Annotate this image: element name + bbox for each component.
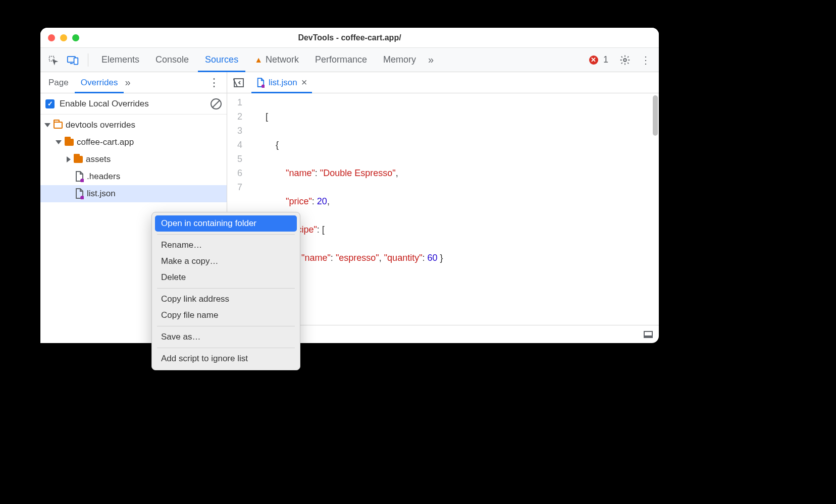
ctx-delete[interactable]: Delete (155, 269, 297, 286)
scrollbar-thumb[interactable] (653, 95, 658, 136)
code-content[interactable]: [ { "name": "Double Espresso", "price": … (250, 95, 659, 325)
settings-icon[interactable] (615, 54, 635, 66)
zoom-window-button[interactable] (72, 34, 79, 41)
svg-point-5 (80, 179, 84, 182)
toolbar-divider (88, 53, 88, 67)
tab-performance[interactable]: Performance (308, 48, 374, 72)
tab-elements[interactable]: Elements (94, 48, 146, 72)
tree-label: list.json (87, 189, 116, 199)
traffic-lights (48, 34, 79, 41)
context-menu: Open in containing folder Rename… Make a… (151, 212, 300, 370)
svg-rect-3 (74, 58, 78, 64)
folder-icon (74, 156, 83, 163)
inspect-icon[interactable] (44, 52, 62, 68)
tabs-overflow[interactable]: » (425, 48, 437, 72)
editor-tab-label: list.json (269, 78, 297, 88)
tab-console[interactable]: Console (148, 48, 196, 72)
ctx-separator (157, 234, 295, 235)
tab-network[interactable]: ▲ Network (247, 48, 306, 72)
tree-listjson-file[interactable]: list.json (40, 185, 227, 202)
ctx-separator (157, 288, 295, 289)
svg-point-4 (623, 59, 626, 62)
clear-overrides-icon[interactable] (211, 98, 222, 109)
enable-overrides-label: Enable Local Overrides (60, 99, 149, 109)
ctx-save-as[interactable]: Save as… (155, 329, 297, 345)
warning-icon: ▲ (254, 55, 263, 65)
ctx-separator (157, 326, 295, 326)
editor-tabstrip: list.json × (227, 72, 659, 93)
sidebar-menu-icon[interactable]: ⋮ (203, 76, 225, 89)
file-icon (75, 171, 84, 182)
ctx-add-ignore[interactable]: Add script to ignore list (155, 351, 297, 367)
devtools-window: DevTools - coffee-cart.app/ Elements Con… (40, 28, 659, 343)
main-menu-icon[interactable]: ⋮ (637, 54, 655, 66)
tree-label: devtools overrides (66, 120, 135, 130)
device-toggle-icon[interactable] (64, 53, 82, 67)
drawer-toggle-icon[interactable] (644, 331, 653, 338)
error-counter[interactable]: ✕ 1 (584, 48, 613, 72)
tree-label: assets (86, 154, 111, 164)
window-titlebar: DevTools - coffee-cart.app/ (40, 28, 659, 48)
svg-point-9 (262, 84, 265, 87)
enable-overrides-bar: ✓ Enable Local Overrides (40, 93, 227, 115)
line-number: 3 (237, 124, 242, 138)
disclosure-down-icon (56, 140, 62, 144)
close-window-button[interactable] (48, 34, 55, 41)
sidebar-tabs-overflow[interactable]: » (125, 77, 130, 88)
error-count: 1 (603, 54, 608, 65)
tree-label: .headers (87, 172, 120, 182)
tree-domain-folder[interactable]: coffee-cart.app (40, 134, 227, 151)
ctx-copy-link[interactable]: Copy link address (155, 291, 297, 307)
tree-root-folder[interactable]: devtools overrides (40, 117, 227, 134)
main-toolbar: Elements Console Sources ▲ Network Perfo… (40, 48, 659, 72)
editor-file-tab[interactable]: list.json × (251, 72, 312, 93)
minimize-window-button[interactable] (60, 34, 67, 41)
ctx-make-copy[interactable]: Make a copy… (155, 253, 297, 269)
tree-label: coffee-cart.app (77, 137, 134, 147)
close-tab-icon[interactable]: × (301, 77, 307, 88)
folder-icon (65, 139, 74, 146)
tab-network-label: Network (266, 54, 299, 65)
line-number: 4 (237, 138, 242, 152)
line-number: 5 (237, 152, 242, 166)
sidebar-tab-page[interactable]: Page (42, 72, 75, 93)
line-number: 1 (237, 95, 242, 109)
enable-overrides-checkbox[interactable]: ✓ (45, 99, 55, 108)
tab-sources[interactable]: Sources (198, 48, 245, 72)
disclosure-down-icon (44, 123, 50, 127)
sidebar-tabstrip: Page Overrides » ⋮ (40, 72, 227, 93)
error-badge-icon: ✕ (589, 55, 598, 65)
file-icon (75, 188, 84, 199)
line-number: 6 (237, 166, 242, 180)
folder-icon (54, 122, 63, 129)
ctx-separator (157, 348, 295, 348)
tree-headers-file[interactable]: .headers (40, 168, 227, 185)
file-icon (256, 78, 265, 88)
ctx-copy-file[interactable]: Copy file name (155, 307, 297, 323)
disclosure-right-icon (67, 156, 71, 162)
ctx-rename[interactable]: Rename… (155, 237, 297, 253)
panel-toggle-icon[interactable] (231, 78, 246, 88)
tab-memory[interactable]: Memory (376, 48, 423, 72)
tree-assets-folder[interactable]: assets (40, 151, 227, 168)
svg-point-6 (80, 196, 84, 199)
sidebar-tab-overrides[interactable]: Overrides (75, 72, 124, 93)
line-number: 2 (237, 109, 242, 124)
line-number: 7 (237, 180, 242, 194)
window-title: DevTools - coffee-cart.app/ (40, 33, 659, 42)
panel-body: Page Overrides » ⋮ ✓ Enable Local Overri… (40, 72, 659, 343)
ctx-open-in-folder[interactable]: Open in containing folder (155, 215, 297, 232)
